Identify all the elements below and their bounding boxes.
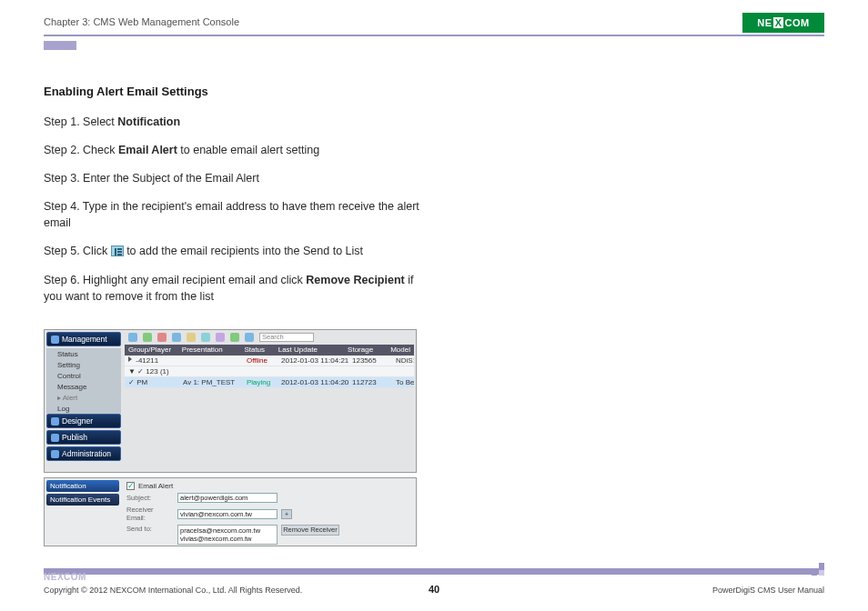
chapter-title: Chapter 3: CMS Web Management Console [44,16,824,27]
tool-icon-5[interactable] [187,333,196,342]
nav-management[interactable]: Management [46,332,121,346]
grid-rows: -41211 Offline 2012-01-03 11:04:21 12356… [125,356,414,388]
header-tab-mark [44,41,76,50]
table-row[interactable]: ▼ ✓ 123 (1) [125,366,414,377]
nav-alert[interactable]: ▸ Alert [46,392,121,403]
cell-gp: -41211 [125,356,179,365]
cell-lu: 2012-01-03 11:04:20 [278,378,348,386]
cell-mb: 112723 [348,378,392,386]
nexcom-logo: NEXCOM [742,13,824,33]
step5-post: to add the email recipients into the Sen… [126,245,363,257]
step2-bold: Email Alert [118,144,177,156]
screenshot-notification-form: Notification Notification Events Email A… [44,477,417,546]
nav-message[interactable]: Message [46,381,121,392]
section-title: Enabling Alert Email Settings [44,84,435,101]
header-rule [44,35,824,36]
step5-pre: Step 5. Click [44,245,111,257]
tab-notification-events[interactable]: Notification Events [46,494,119,506]
sidebar: Management Status Setting Control Messag… [46,332,121,463]
step1-bold: Notification [117,115,180,128]
publish-icon [51,434,59,442]
search-icon[interactable] [245,333,254,342]
nav-control[interactable]: Control [46,370,121,381]
footer-ornament [812,563,824,576]
toolbar: Search [125,332,414,343]
nav-publish[interactable]: Publish [46,430,121,445]
step1-pre: Step 1. Select [44,115,117,128]
email-alert-checkbox[interactable] [126,482,135,490]
nav-management-label: Management [62,335,107,344]
col-present[interactable]: Presentation [178,345,241,356]
table-row[interactable]: ✓ PM Av 1: PM_TEST Playing 2012-01-03 11… [125,377,414,388]
screenshot-management-grid: Management Status Setting Control Messag… [44,329,417,473]
receiver-label: Receiver Email: [126,506,174,522]
email-alert-label: Email Alert [138,482,173,490]
table-row[interactable]: -41211 Offline 2012-01-03 11:04:21 12356… [125,356,414,366]
step2-pre: Step 2. Check [44,144,118,156]
nav-status[interactable]: Status [46,348,121,359]
footer-rule [44,568,824,575]
tool-icon-1[interactable] [128,333,137,342]
logo-pre: NE [757,17,772,28]
step-3: Step 3. Enter the Subject of the Email A… [44,170,435,186]
footer-logo: NEXCOM [44,572,86,582]
search-input[interactable]: Search [259,333,314,342]
subject-input[interactable]: alert@powerdigis.com [177,493,278,503]
cell-gp-text: -41211 [134,356,158,365]
notification-form: Email Alert Subject: alert@powerdigis.co… [126,482,412,547]
step-1: Step 1. Select Notification [44,114,435,130]
col-lastupd[interactable]: Last Update [275,345,344,356]
tool-icon-4[interactable] [172,333,181,342]
step6-pre: Step 6. Highlight any email recipient em… [44,274,306,286]
tool-icon-3[interactable] [157,333,167,342]
list-item[interactable]: pracelsa@nexcom.com.tw [180,526,275,535]
list-item[interactable]: vivias@nexcom.com.tw [180,535,275,543]
cell-pr: Av 1: PM_TEST [179,378,243,386]
footer-manual-title: PowerDigiS CMS User Manual [712,586,824,595]
sendto-label: Send to: [126,525,174,533]
nav-designer-label: Designer [62,416,93,426]
tab-notification[interactable]: Notification [46,480,119,492]
nav-setting[interactable]: Setting [46,359,121,370]
cell-mn: NDiS1116 [392,356,414,365]
tool-icon-8[interactable] [230,333,239,342]
admin-icon [51,450,59,458]
expand-icon[interactable] [128,356,132,362]
cell-mn: To Be Filled By O.E.M. [392,378,414,386]
sendto-list[interactable]: pracelsa@nexcom.com.tw vivias@nexcom.com… [177,525,278,545]
col-model[interactable]: Model Name [387,345,414,356]
designer-icon [51,417,59,426]
nav-designer[interactable]: Designer [46,414,121,428]
remove-receiver-button[interactable]: Remove Receiver [281,525,339,536]
logo-post: COM [784,17,809,28]
tool-icon-7[interactable] [216,333,225,342]
step-2: Step 2. Check Email Alert to enable emai… [44,142,435,158]
subject-label: Subject: [126,494,174,502]
col-storage[interactable]: Storage (MB) [344,345,387,356]
step-5: Step 5. Click to add the email recipient… [44,243,435,259]
step-6: Step 6. Highlight any email recipient em… [44,272,435,305]
cell-gp: ✓ PM [125,378,179,386]
logo-x: X [773,17,784,28]
cell-st: Playing [243,378,278,386]
cell-mb: 123565 [348,356,392,365]
management-icon [51,336,59,344]
cell-st: Offline [243,356,278,365]
nav-log[interactable]: Log [46,403,121,414]
step-4: Step 4. Type in the recipient's email ad… [44,198,435,231]
nav-admin[interactable]: Administration [46,446,121,461]
notification-tabs: Notification Notification Events [46,480,119,507]
step6-bold: Remove Recipient [306,274,404,286]
receiver-input[interactable]: vivian@nexcom.com.tw [177,509,278,519]
nav-publish-label: Publish [62,433,87,442]
grid-header: Group/Player Presentation Status Last Up… [125,345,414,356]
add-recipient-button[interactable]: + [281,509,292,519]
step2-post: to enable email alert setting [177,144,319,156]
tool-icon-6[interactable] [201,333,210,342]
tool-icon-2[interactable] [143,333,152,342]
col-status[interactable]: Status [240,345,274,356]
col-group[interactable]: Group/Player [125,345,178,356]
cell-gp: ▼ ✓ 123 (1) [125,367,179,376]
add-recipient-icon [111,245,124,256]
nav-admin-label: Administration [62,449,111,458]
